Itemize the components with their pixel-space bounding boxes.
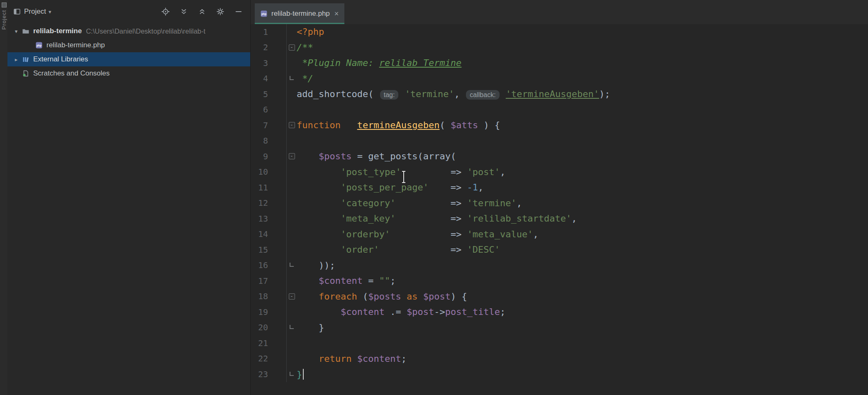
code-text: $content = ""; (297, 276, 395, 286)
tool-window-icon (13, 8, 21, 15)
line-number: 17 (251, 273, 287, 289)
library-icon (22, 56, 30, 63)
code-line-5[interactable]: 5add_shortcode( tag: 'termine', callback… (251, 86, 868, 102)
text-caret (303, 369, 304, 380)
php-file-icon: php (260, 10, 268, 17)
chevron-down-icon[interactable]: ▾ (11, 28, 22, 34)
code-line-7[interactable]: 7-function termineAusgeben( $atts ) { (251, 117, 868, 133)
code-line-18[interactable]: 18- foreach ($posts as $post) { (251, 289, 868, 305)
svg-text:php: php (37, 44, 41, 47)
project-toolbar (161, 7, 243, 16)
folder-icon (22, 27, 30, 35)
fold-slot (287, 24, 297, 40)
line-number: 14 (251, 227, 287, 242)
code-line-22[interactable]: 22 return $content; (251, 351, 868, 367)
fold-end-icon[interactable] (287, 71, 297, 87)
code-text: 'category' => 'termine', (297, 198, 522, 208)
line-number: 16 (251, 258, 287, 273)
code-line-9[interactable]: 9- $posts = get_posts(array( (251, 149, 868, 164)
project-tree: ▾relilab-termineC:\Users\Daniel\Desktop\… (7, 24, 250, 80)
hide-panel-icon[interactable] (234, 7, 243, 16)
fold-end-icon[interactable] (287, 258, 297, 273)
code-line-16[interactable]: 16 )); (251, 258, 868, 273)
code-text: *Plugin Name: relilab Termine (297, 58, 461, 68)
code-line-1[interactable]: 1<?php (251, 24, 868, 40)
locate-file-icon[interactable] (161, 7, 170, 16)
code-line-10[interactable]: 10 'post_type' => 'post', (251, 164, 868, 180)
line-number: 21 (251, 335, 287, 351)
line-number: 13 (251, 211, 287, 227)
line-number: 9 (251, 149, 287, 164)
chevron-down-icon[interactable]: ▾ (49, 9, 51, 15)
fold-slot (287, 133, 297, 149)
fold-start-icon[interactable]: - (287, 289, 297, 305)
line-number: 19 (251, 304, 287, 320)
fold-slot (287, 211, 297, 227)
fold-end-icon[interactable] (287, 366, 297, 382)
line-number: 4 (251, 71, 287, 87)
editor-area: php relilab-termine.php × 1<?php2-/**3 *… (251, 0, 868, 395)
tree-item-scratches-and-consoles[interactable]: Scratches and Consoles (7, 66, 250, 80)
expand-all-icon[interactable] (180, 7, 188, 16)
collapse-all-icon[interactable] (198, 7, 206, 16)
scratch-icon (22, 70, 30, 77)
code-text: )); (297, 260, 335, 271)
code-line-4[interactable]: 4 */ (251, 71, 868, 87)
code-line-13[interactable]: 13 'meta_key' => 'relilab_startdate', (251, 211, 868, 227)
fold-start-icon[interactable]: - (287, 117, 297, 133)
code-text: 'orderby' => 'meta_value', (297, 229, 539, 239)
line-number: 8 (251, 133, 287, 149)
fold-start-icon[interactable]: - (287, 149, 297, 164)
phpstorm-window: Project Project ▾ ▾relilab-termineC:\Use… (0, 0, 868, 395)
code-line-19[interactable]: 19 $content .= $post->post_title; (251, 304, 868, 320)
tree-item-relilab-termine-php[interactable]: phprelilab-termine.php (7, 38, 250, 52)
code-line-23[interactable]: 23} (251, 366, 868, 382)
code-text: 'meta_key' => 'relilab_startdate', (297, 213, 577, 224)
code-text: add_shortcode( tag: 'termine', callback:… (297, 89, 610, 99)
chevron-right-icon[interactable]: ▸ (11, 56, 22, 63)
project-panel-title[interactable]: Project (24, 7, 46, 16)
project-panel: Project ▾ ▾relilab-termineC:\Users\Danie… (7, 0, 251, 395)
line-number: 22 (251, 351, 287, 367)
fold-slot (287, 55, 297, 71)
code-line-6[interactable]: 6 (251, 102, 868, 118)
fold-slot (287, 351, 297, 367)
fold-start-icon[interactable]: - (287, 40, 297, 56)
code-line-15[interactable]: 15 'order' => 'DESC' (251, 242, 868, 258)
line-number: 7 (251, 117, 287, 133)
svg-text:php: php (261, 12, 266, 16)
tree-item-label: Scratches and Consoles (33, 69, 110, 78)
code-line-8[interactable]: 8 (251, 133, 868, 149)
code-line-17[interactable]: 17 $content = ""; (251, 273, 868, 289)
fold-slot (287, 195, 297, 211)
tree-item-label: External Libraries (33, 55, 88, 63)
line-number: 15 (251, 242, 287, 258)
code-line-2[interactable]: 2-/** (251, 40, 868, 56)
line-number: 23 (251, 366, 287, 382)
code-text: /** (297, 42, 313, 53)
code-line-11[interactable]: 11 'posts_per_page' => -1, (251, 180, 868, 195)
fold-end-icon[interactable] (287, 320, 297, 336)
tree-item-external-libraries[interactable]: ▸External Libraries (7, 52, 250, 66)
code-area[interactable]: 1<?php2-/**3 *Plugin Name: relilab Termi… (251, 24, 868, 382)
fold-slot (287, 335, 297, 351)
code-text: 'order' => 'DESC' (297, 244, 500, 255)
close-tab-icon[interactable]: × (334, 10, 339, 17)
line-number: 3 (251, 55, 287, 71)
tab-relilab-termine-php[interactable]: php relilab-termine.php × (255, 3, 344, 24)
code-text: 'posts_per_page' => -1, (297, 182, 483, 193)
tree-item-relilab-termine[interactable]: ▾relilab-termineC:\Users\Daniel\Desktop\… (7, 24, 250, 38)
fold-slot (287, 304, 297, 320)
fold-slot (287, 102, 297, 118)
tool-window-stripe-icon[interactable] (2, 2, 7, 7)
project-stripe-label[interactable]: Project (1, 10, 7, 29)
settings-gear-icon[interactable] (216, 7, 224, 16)
code-text: <?php (297, 27, 324, 37)
code-text: } (297, 369, 304, 380)
code-line-3[interactable]: 3 *Plugin Name: relilab Termine (251, 55, 868, 71)
code-line-21[interactable]: 21 (251, 335, 868, 351)
code-line-14[interactable]: 14 'orderby' => 'meta_value', (251, 227, 868, 242)
code-line-20[interactable]: 20 } (251, 320, 868, 336)
code-line-12[interactable]: 12 'category' => 'termine', (251, 195, 868, 211)
line-number: 11 (251, 180, 287, 195)
